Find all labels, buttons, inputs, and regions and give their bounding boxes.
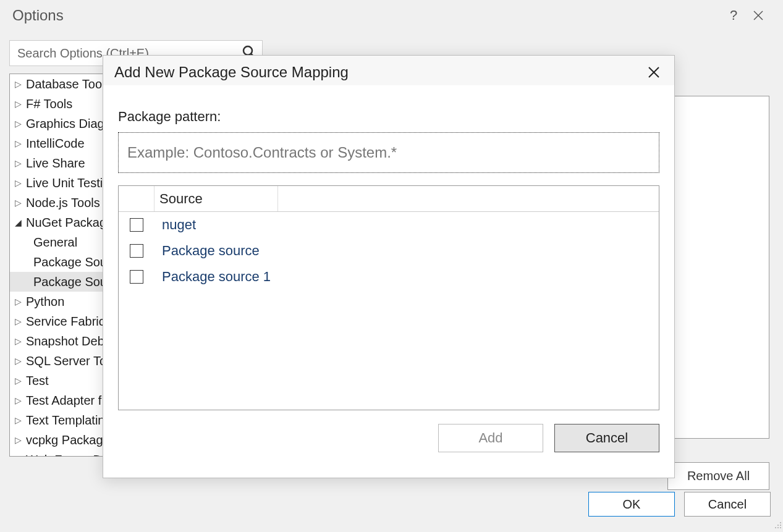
tree-item-label: Service Fabric <box>26 315 105 329</box>
grid-header-rest <box>278 186 659 211</box>
add-mapping-body: Package pattern: Source nugetPackage sou… <box>103 85 674 452</box>
chevron-right-icon[interactable]: ▷ <box>15 336 23 346</box>
chevron-right-icon[interactable]: ▷ <box>15 316 23 326</box>
source-checkbox-cell <box>119 270 154 284</box>
chevron-right-icon[interactable]: ▷ <box>15 79 23 89</box>
tree-item-label: Web Forms De <box>26 453 109 457</box>
source-row[interactable]: Package source 1 <box>119 264 659 290</box>
close-button[interactable] <box>746 3 771 28</box>
package-pattern-label: Package pattern: <box>118 109 659 125</box>
cancel-button[interactable]: Cancel <box>684 492 771 517</box>
source-row[interactable]: Package source <box>119 238 659 264</box>
tree-item-label: General <box>33 235 77 250</box>
resize-grip-icon[interactable] <box>773 520 782 531</box>
tree-item-label: Test <box>26 374 49 388</box>
tree-item-label: Snapshot Deb <box>26 334 104 348</box>
chevron-right-icon[interactable]: ▷ <box>15 435 23 445</box>
chevron-down-icon[interactable]: ◢ <box>15 217 23 227</box>
tree-item-label: Database Tool <box>26 77 105 91</box>
source-name: Package source <box>154 243 260 259</box>
add-mapping-close-button[interactable] <box>645 63 663 82</box>
tree-item-label: F# Tools <box>26 97 72 111</box>
svg-point-6 <box>780 525 781 526</box>
tree-item-label: Python <box>26 295 64 309</box>
chevron-right-icon[interactable]: ▷ <box>15 119 23 129</box>
options-dialog-buttons: OK Cancel <box>588 492 771 517</box>
svg-point-2 <box>243 46 252 55</box>
tree-item-label: Text Templatin <box>26 413 104 428</box>
source-checkbox[interactable] <box>130 244 143 258</box>
add-mapping-title: Add New Package Source Mapping <box>114 64 645 81</box>
add-mapping-titlebar: Add New Package Source Mapping <box>103 56 674 85</box>
chevron-right-icon[interactable]: ▷ <box>15 455 23 457</box>
tree-item-label: NuGet Packag <box>26 216 106 230</box>
tree-item-label: Package Sou <box>33 255 107 269</box>
chevron-right-icon[interactable]: ▷ <box>15 297 23 306</box>
svg-point-9 <box>780 527 781 528</box>
source-checkbox-cell <box>119 244 154 258</box>
tree-item-label: Node.js Tools <box>26 196 100 210</box>
source-checkbox[interactable] <box>130 218 143 232</box>
add-mapping-dialog: Add New Package Source Mapping Package p… <box>103 55 675 478</box>
ok-button[interactable]: OK <box>588 492 675 517</box>
chevron-right-icon[interactable]: ▷ <box>15 138 23 148</box>
chevron-right-icon[interactable]: ▷ <box>15 356 23 366</box>
svg-point-4 <box>780 522 781 523</box>
add-button[interactable]: Add <box>438 424 543 452</box>
tree-item-label: vcpkg Package <box>26 433 110 447</box>
chevron-right-icon[interactable]: ▷ <box>15 415 23 425</box>
svg-point-8 <box>777 527 779 528</box>
source-name: Package source 1 <box>154 269 271 285</box>
tree-item-label: Graphics Diag <box>26 117 104 131</box>
help-button[interactable]: ? <box>721 3 746 28</box>
sources-grid-header: Source <box>119 186 659 212</box>
tree-item-label: IntelliCode <box>26 137 85 151</box>
chevron-right-icon[interactable]: ▷ <box>15 198 23 208</box>
sources-grid: Source nugetPackage sourcePackage source… <box>118 185 659 410</box>
chevron-right-icon[interactable]: ▷ <box>15 376 23 386</box>
source-name: nuget <box>154 217 196 233</box>
grid-header-source[interactable]: Source <box>154 186 278 211</box>
grid-header-checkbox-col <box>119 186 154 211</box>
chevron-right-icon[interactable]: ▷ <box>15 178 23 188</box>
tree-item-label: Package Sou <box>33 275 107 289</box>
source-checkbox[interactable] <box>130 270 143 284</box>
package-pattern-input[interactable] <box>118 132 659 173</box>
svg-point-7 <box>775 527 776 528</box>
options-title: Options <box>12 7 721 24</box>
svg-point-5 <box>777 525 779 526</box>
close-icon <box>752 9 764 22</box>
options-titlebar: Options ? <box>0 0 783 31</box>
chevron-right-icon[interactable]: ▷ <box>15 395 23 405</box>
chevron-right-icon[interactable]: ▷ <box>15 158 23 168</box>
close-icon <box>647 65 661 79</box>
add-mapping-buttons: Add Cancel <box>118 424 659 452</box>
modal-cancel-button[interactable]: Cancel <box>554 424 659 452</box>
tree-item-label: Test Adapter f <box>26 394 101 408</box>
tree-item-label: Live Unit Testi <box>26 176 103 190</box>
remove-all-button[interactable]: Remove All <box>667 462 769 490</box>
tree-item-label: Live Share <box>26 156 85 171</box>
chevron-right-icon[interactable]: ▷ <box>15 99 23 109</box>
tree-item-label: SQL Server To <box>26 354 106 368</box>
source-checkbox-cell <box>119 218 154 232</box>
source-row[interactable]: nuget <box>119 212 659 238</box>
